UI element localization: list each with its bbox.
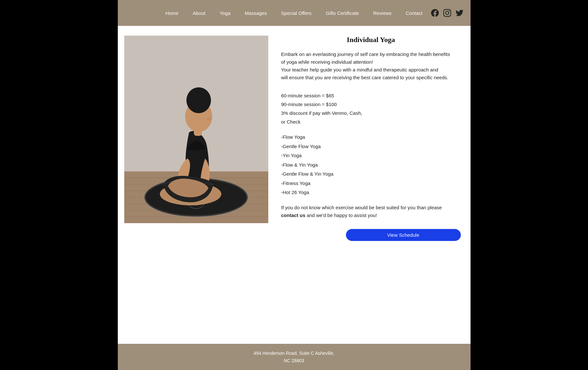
footer: 494 Henderson Road, Suite C Asheville, N… [118,344,471,370]
pricing-line: 60-minute session = $65 [281,91,461,100]
yoga-type-item: -Yin Yoga [281,151,461,160]
nav-item-yoga[interactable]: Yoga [213,10,238,16]
nav-item-gifts-certificate[interactable]: Gifts Certificate [319,10,366,16]
nav-item-contact[interactable]: Contact [399,10,430,16]
yoga-types-list: -Flow Yoga-Gentle Flow Yoga-Yin Yoga-Flo… [281,133,461,197]
nav-item-home[interactable]: Home [158,10,185,16]
svg-point-21 [206,117,212,121]
description-block: Embark on an everlasting journey of self… [281,50,461,82]
contact-link[interactable]: contact us [281,212,305,218]
contact-block: If you do not know which exercise would … [281,204,461,219]
pricing-line: 90-minute session = $100 [281,100,461,109]
main-content: Individual Yoga Embark on an everlasting… [118,26,471,344]
facebook-icon[interactable] [430,8,439,17]
pricing-block: 60-minute session = $6590-minute session… [281,91,461,126]
yoga-image [124,36,268,223]
nav-item-about[interactable]: About [185,10,212,16]
svg-point-20 [198,93,209,104]
yoga-type-item: -Fitness Yoga [281,179,461,188]
footer-address-line2: NC 28803 [124,357,464,364]
nav-item-reviews[interactable]: Reviews [366,10,399,16]
nav-item-special-offers[interactable]: Special Offers [274,10,319,16]
instagram-icon[interactable] [443,8,452,17]
twitter-icon[interactable] [455,8,464,17]
yoga-type-item: -Gentle Flow & Yin Yoga [281,169,461,179]
footer-address-line1: 494 Henderson Road, Suite C Asheville, [124,350,464,357]
social-icons [430,8,464,17]
nav-item-massages[interactable]: Massages [238,10,274,16]
yoga-type-item: -Flow Yoga [281,133,461,142]
nav-links: HomeAboutYogaMassagesSpecial OffersGifts… [124,10,464,16]
pricing-line: 3% discount if pay with Venmo, Cash, [281,109,461,117]
navigation: HomeAboutYogaMassagesSpecial OffersGifts… [118,0,471,26]
view-schedule-button[interactable]: View Schedule [346,229,461,241]
yoga-type-item: -Flow & Yin Yoga [281,160,461,170]
yoga-type-item: -Gentle Flow Yoga [281,142,461,151]
yoga-type-item: -Hot 26 Yoga [281,188,461,197]
page-title: Individual Yoga [281,36,461,44]
content-area: Individual Yoga Embark on an everlasting… [278,36,464,241]
pricing-line: or Check [281,117,461,126]
